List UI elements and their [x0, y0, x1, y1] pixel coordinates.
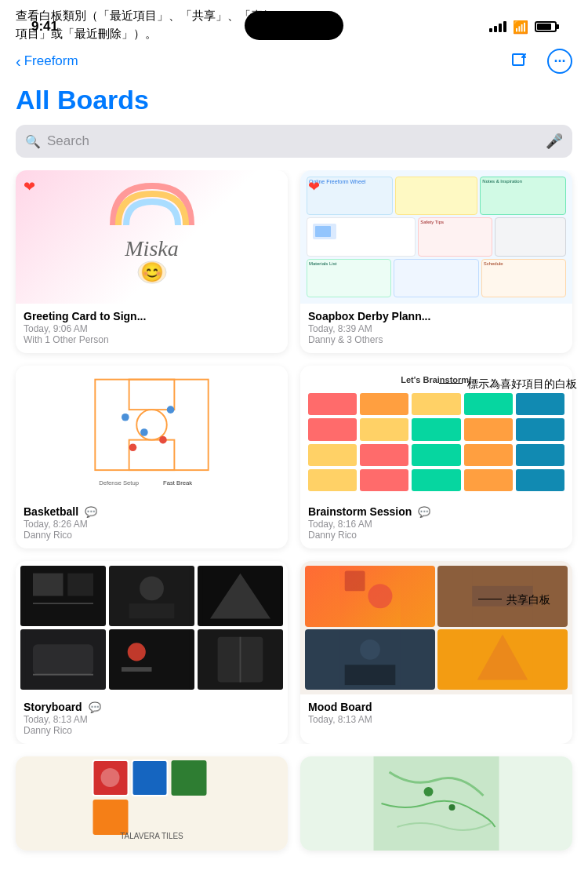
svg-point-12	[129, 443, 137, 451]
svg-rect-37	[472, 586, 533, 607]
compose-button[interactable]	[506, 48, 533, 75]
thumb-brainstorm: Let's Brainstorm!	[300, 366, 572, 499]
sticky-note	[308, 469, 357, 491]
sticky-note	[360, 418, 408, 440]
sticky-note	[516, 444, 564, 466]
sticky-note	[412, 393, 460, 415]
partial-boards-row: TALAVERA TILES	[0, 756, 588, 851]
board-card-basketball[interactable]: Defense Setup Fast Break Basketball 💬 To…	[16, 366, 288, 548]
partial-card-talavera[interactable]: TALAVERA TILES	[16, 756, 288, 851]
thumb-soapbox: Online Freeform Wheel Notes & Inspiratio…	[300, 170, 572, 304]
wifi-icon: 📶	[513, 20, 528, 35]
board-card-greeting-card[interactable]: Miska 😊 ❤ Greeting Card to Sign... Today…	[16, 170, 288, 353]
phone-frame: 9:41 📶 ‹ Freeform	[0, 0, 588, 889]
page-title: All Boards	[0, 82, 588, 125]
svg-text:😊: 😊	[140, 261, 164, 283]
search-icon: 🔍	[25, 134, 41, 149]
svg-rect-17	[67, 574, 93, 596]
sticky-note	[412, 444, 460, 466]
partial-card-map[interactable]	[300, 756, 572, 851]
board-person-brainstorm: Danny Rico	[308, 530, 564, 541]
sticky-note	[464, 469, 513, 491]
board-name-basketball: Basketball 💬	[24, 505, 280, 518]
sticky-note	[360, 444, 408, 466]
svg-rect-34	[345, 570, 365, 591]
shared-icon-storyboard: 💬	[89, 701, 101, 713]
back-button[interactable]: ‹ Freeform	[16, 53, 78, 69]
svg-rect-21	[129, 603, 175, 618]
board-person-greeting-card: With 1 Other Person	[24, 334, 280, 345]
board-date-soapbox: Today, 8:39 AM	[308, 323, 564, 334]
svg-rect-16	[33, 574, 64, 596]
svg-point-20	[140, 576, 164, 600]
board-name-brainstorm: Brainstorm Session 💬	[308, 505, 564, 518]
board-info-greeting-card: Greeting Card to Sign... Today, 9:06 AM …	[16, 304, 288, 353]
sticky-grid	[308, 393, 564, 491]
sticky-note	[516, 418, 564, 440]
board-card-storyboard[interactable]: Storyboard 💬 Today, 8:13 AM Danny Rico	[16, 561, 288, 744]
svg-point-8	[122, 414, 129, 421]
board-date-basketball: Today, 8:26 AM	[24, 519, 280, 530]
board-thumbnail-basketball: Defense Setup Fast Break	[16, 366, 288, 499]
board-info-basketball: Basketball 💬 Today, 8:26 AM Danny Rico	[16, 499, 288, 548]
board-thumbnail-brainstorm: Let's Brainstorm!	[300, 366, 572, 499]
svg-rect-25	[33, 644, 93, 675]
svg-point-10	[140, 428, 148, 436]
brainstorm-title: Let's Brainstorm!	[300, 375, 572, 384]
dynamic-island	[245, 11, 343, 40]
board-info-brainstorm: Brainstorm Session 💬 Today, 8:16 AM Dann…	[300, 499, 572, 548]
board-name-greeting-card: Greeting Card to Sign...	[24, 310, 280, 322]
svg-point-54	[449, 804, 456, 811]
board-person-storyboard: Danny Rico	[24, 725, 280, 736]
svg-rect-0	[513, 54, 524, 65]
sticky-note	[308, 393, 357, 415]
svg-rect-49	[172, 760, 207, 796]
svg-point-53	[424, 787, 434, 796]
board-thumbnail-moodboard	[300, 561, 572, 694]
sticky-note	[516, 469, 564, 491]
signal-bars-icon	[489, 21, 506, 32]
sticky-note	[308, 418, 357, 440]
mic-icon[interactable]: 🎤	[546, 133, 563, 150]
search-input[interactable]: Search	[47, 133, 539, 149]
svg-text:TALAVERA TILES: TALAVERA TILES	[120, 832, 183, 840]
thumb-basketball: Defense Setup Fast Break	[16, 366, 288, 499]
thumb-moodboard	[300, 561, 572, 694]
shared-icon-basketball: 💬	[85, 506, 97, 518]
svg-rect-29	[122, 667, 152, 672]
thumb-greeting: Miska 😊	[16, 170, 288, 304]
svg-text:Fast Break: Fast Break	[163, 479, 192, 486]
sticky-note	[464, 444, 513, 466]
board-date-storyboard: Today, 8:13 AM	[24, 714, 280, 725]
sticky-note	[464, 393, 513, 415]
shared-icon-brainstorm: 💬	[418, 506, 430, 518]
board-info-moodboard: Mood Board Today, 8:13 AM	[300, 694, 572, 733]
svg-point-28	[128, 643, 146, 661]
board-card-brainstorm[interactable]: Let's Brainstorm! Brainstorm Session 💬 T…	[300, 366, 572, 548]
favorite-heart-soapbox-icon: ❤	[308, 178, 320, 195]
status-icons: 📶	[489, 20, 557, 35]
board-card-moodboard[interactable]: Mood Board Today, 8:13 AM	[300, 561, 572, 744]
sticky-note	[360, 469, 408, 491]
board-name-storyboard: Storyboard 💬	[24, 701, 280, 713]
svg-rect-50	[93, 800, 129, 835]
svg-rect-40	[345, 665, 396, 685]
board-card-soapbox-derby[interactable]: Online Freeform Wheel Notes & Inspiratio…	[300, 170, 572, 353]
sticky-note	[360, 393, 408, 415]
board-info-storyboard: Storyboard 💬 Today, 8:13 AM Danny Rico	[16, 694, 288, 744]
board-name-soapbox: Soapbox Derby Plann...	[308, 310, 564, 322]
sticky-note	[308, 444, 357, 466]
more-button[interactable]: ···	[547, 49, 572, 74]
search-bar[interactable]: 🔍 Search 🎤	[16, 125, 572, 158]
svg-rect-27	[114, 629, 189, 690]
status-time: 9:41	[31, 19, 58, 35]
svg-rect-52	[374, 756, 499, 851]
board-thumbnail-storyboard	[16, 561, 288, 694]
svg-point-9	[167, 406, 175, 414]
favorite-heart-icon: ❤	[24, 178, 35, 195]
more-dots-icon: ···	[554, 54, 565, 68]
sticky-note	[412, 469, 460, 491]
nav-right-actions: ···	[506, 48, 572, 75]
svg-rect-47	[132, 760, 168, 796]
svg-point-46	[101, 768, 120, 787]
